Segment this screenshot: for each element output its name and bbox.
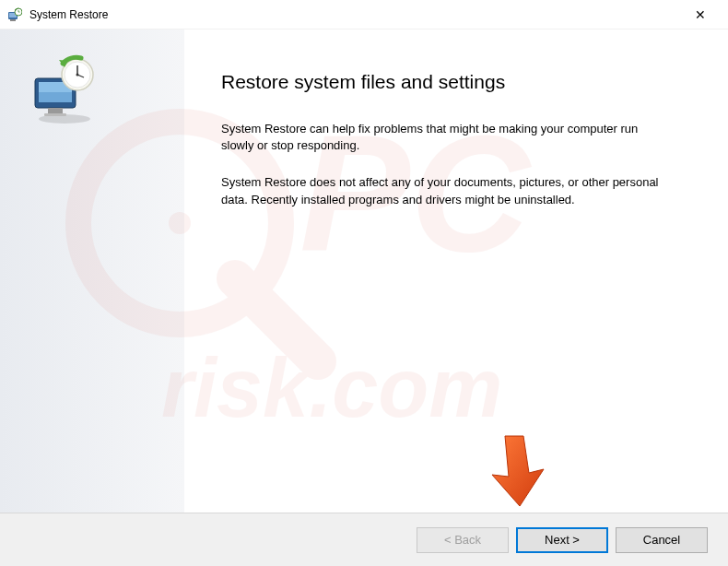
intro-paragraph-2: System Restore does not affect any of yo…	[221, 174, 673, 207]
wizard-main: Restore system files and settings System…	[184, 29, 728, 513]
button-bar: < Back Next > Cancel	[0, 513, 728, 566]
intro-paragraph-1: System Restore can help fix problems tha…	[221, 121, 673, 154]
close-button[interactable]: ✕	[679, 1, 721, 29]
svg-rect-2	[10, 19, 16, 21]
system-restore-large-icon	[28, 113, 101, 129]
page-heading: Restore system files and settings	[221, 71, 682, 93]
svg-rect-10	[44, 113, 66, 116]
window-title: System Restore	[29, 8, 679, 21]
wizard-sidebar	[0, 29, 184, 513]
back-button: < Back	[417, 527, 509, 553]
cancel-button[interactable]: Cancel	[616, 527, 708, 553]
content-area: Restore system files and settings System…	[0, 29, 728, 513]
system-restore-icon	[7, 7, 22, 22]
next-button[interactable]: Next >	[516, 527, 608, 553]
svg-point-15	[76, 74, 79, 77]
svg-rect-9	[48, 108, 63, 113]
close-icon: ✕	[695, 7, 706, 22]
titlebar: System Restore ✕	[0, 0, 728, 29]
